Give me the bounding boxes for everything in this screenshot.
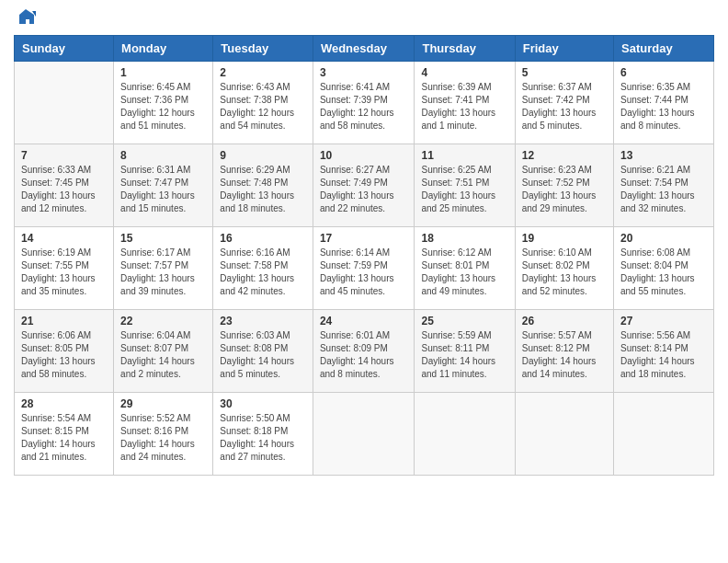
day-info: Sunrise: 6:06 AMSunset: 8:05 PMDaylight:… (21, 329, 107, 381)
day-info: Sunrise: 6:04 AMSunset: 8:07 PMDaylight:… (120, 329, 206, 381)
day-number: 1 (120, 66, 206, 79)
day-info: Sunrise: 6:10 AMSunset: 8:02 PMDaylight:… (522, 247, 607, 298)
day-header-sunday: Sunday (15, 36, 114, 62)
header (14, 9, 714, 28)
day-number: 23 (220, 315, 306, 327)
day-number: 10 (320, 149, 408, 162)
calendar-cell: 21Sunrise: 6:06 AMSunset: 8:05 PMDayligh… (15, 310, 114, 393)
page: SundayMondayTuesdayWednesdayThursdayFrid… (0, 0, 728, 563)
calendar-cell: 7Sunrise: 6:33 AMSunset: 7:45 PMDaylight… (15, 144, 114, 227)
calendar-cell: 26Sunrise: 5:57 AMSunset: 8:12 PMDayligh… (515, 310, 613, 393)
day-info: Sunrise: 5:50 AMSunset: 8:18 PMDaylight:… (220, 412, 306, 464)
calendar-cell: 11Sunrise: 6:25 AMSunset: 7:51 PMDayligh… (415, 144, 515, 227)
calendar-cell: 8Sunrise: 6:31 AMSunset: 7:47 PMDaylight… (114, 144, 213, 227)
day-info: Sunrise: 6:29 AMSunset: 7:48 PMDaylight:… (220, 164, 306, 215)
calendar-cell: 12Sunrise: 6:23 AMSunset: 7:52 PMDayligh… (515, 144, 613, 227)
calendar-cell: 20Sunrise: 6:08 AMSunset: 8:04 PMDayligh… (614, 227, 714, 310)
calendar-cell: 10Sunrise: 6:27 AMSunset: 7:49 PMDayligh… (313, 144, 415, 227)
calendar-cell (515, 393, 613, 476)
day-number: 5 (522, 66, 607, 79)
calendar-cell: 3Sunrise: 6:41 AMSunset: 7:39 PMDaylight… (313, 62, 415, 144)
day-info: Sunrise: 6:37 AMSunset: 7:42 PMDaylight:… (522, 81, 607, 132)
day-number: 28 (21, 397, 107, 410)
day-number: 9 (220, 149, 306, 162)
day-header-monday: Monday (114, 36, 213, 62)
day-info: Sunrise: 5:52 AMSunset: 8:16 PMDaylight:… (120, 412, 206, 464)
calendar-cell: 24Sunrise: 6:01 AMSunset: 8:09 PMDayligh… (313, 310, 415, 393)
day-info: Sunrise: 6:12 AMSunset: 8:01 PMDaylight:… (421, 247, 507, 298)
day-info: Sunrise: 6:43 AMSunset: 7:38 PMDaylight:… (220, 81, 306, 132)
calendar: SundayMondayTuesdayWednesdayThursdayFrid… (14, 35, 714, 476)
calendar-week-row: 7Sunrise: 6:33 AMSunset: 7:45 PMDaylight… (15, 144, 714, 227)
day-info: Sunrise: 5:57 AMSunset: 8:12 PMDaylight:… (522, 329, 607, 381)
calendar-cell: 30Sunrise: 5:50 AMSunset: 8:18 PMDayligh… (213, 393, 313, 476)
day-info: Sunrise: 6:31 AMSunset: 7:47 PMDaylight:… (120, 164, 206, 215)
day-info: Sunrise: 6:35 AMSunset: 7:44 PMDaylight:… (620, 81, 707, 132)
calendar-cell (313, 393, 415, 476)
day-header-tuesday: Tuesday (213, 36, 313, 62)
calendar-cell: 13Sunrise: 6:21 AMSunset: 7:54 PMDayligh… (614, 144, 714, 227)
calendar-cell (15, 62, 114, 144)
day-number: 12 (522, 149, 607, 162)
day-number: 4 (421, 66, 507, 79)
calendar-week-row: 1Sunrise: 6:45 AMSunset: 7:36 PMDaylight… (15, 62, 714, 144)
calendar-week-row: 21Sunrise: 6:06 AMSunset: 8:05 PMDayligh… (15, 310, 714, 393)
calendar-cell: 17Sunrise: 6:14 AMSunset: 7:59 PMDayligh… (313, 227, 415, 310)
calendar-cell (415, 393, 515, 476)
day-header-thursday: Thursday (415, 36, 515, 62)
day-number: 17 (320, 232, 408, 245)
day-info: Sunrise: 6:27 AMSunset: 7:49 PMDaylight:… (320, 164, 408, 215)
calendar-cell: 16Sunrise: 6:16 AMSunset: 7:58 PMDayligh… (213, 227, 313, 310)
calendar-cell: 5Sunrise: 6:37 AMSunset: 7:42 PMDaylight… (515, 62, 613, 144)
day-info: Sunrise: 6:08 AMSunset: 8:04 PMDaylight:… (620, 247, 707, 298)
calendar-cell: 18Sunrise: 6:12 AMSunset: 8:01 PMDayligh… (415, 227, 515, 310)
logo-icon (16, 7, 36, 28)
calendar-cell: 19Sunrise: 6:10 AMSunset: 8:02 PMDayligh… (515, 227, 613, 310)
calendar-cell: 15Sunrise: 6:17 AMSunset: 7:57 PMDayligh… (114, 227, 213, 310)
day-number: 7 (21, 149, 107, 162)
day-info: Sunrise: 6:17 AMSunset: 7:57 PMDaylight:… (120, 247, 206, 298)
calendar-cell: 9Sunrise: 6:29 AMSunset: 7:48 PMDaylight… (213, 144, 313, 227)
day-number: 14 (21, 232, 107, 245)
day-info: Sunrise: 6:16 AMSunset: 7:58 PMDaylight:… (220, 247, 306, 298)
day-info: Sunrise: 6:21 AMSunset: 7:54 PMDaylight:… (620, 164, 707, 215)
calendar-cell: 27Sunrise: 5:56 AMSunset: 8:14 PMDayligh… (614, 310, 714, 393)
day-info: Sunrise: 5:54 AMSunset: 8:15 PMDaylight:… (21, 412, 107, 464)
day-number: 2 (220, 66, 306, 79)
day-info: Sunrise: 6:23 AMSunset: 7:52 PMDaylight:… (522, 164, 607, 215)
calendar-cell: 4Sunrise: 6:39 AMSunset: 7:41 PMDaylight… (415, 62, 515, 144)
calendar-week-row: 28Sunrise: 5:54 AMSunset: 8:15 PMDayligh… (15, 393, 714, 476)
day-number: 30 (220, 397, 306, 410)
day-info: Sunrise: 6:33 AMSunset: 7:45 PMDaylight:… (21, 164, 107, 215)
calendar-cell: 23Sunrise: 6:03 AMSunset: 8:08 PMDayligh… (213, 310, 313, 393)
calendar-cell: 1Sunrise: 6:45 AMSunset: 7:36 PMDaylight… (114, 62, 213, 144)
day-number: 21 (21, 315, 107, 327)
day-number: 18 (421, 232, 507, 245)
calendar-cell: 29Sunrise: 5:52 AMSunset: 8:16 PMDayligh… (114, 393, 213, 476)
day-number: 6 (620, 66, 707, 79)
day-info: Sunrise: 6:19 AMSunset: 7:55 PMDaylight:… (21, 247, 107, 298)
day-info: Sunrise: 6:14 AMSunset: 7:59 PMDaylight:… (320, 247, 408, 298)
day-number: 13 (620, 149, 707, 162)
calendar-cell: 22Sunrise: 6:04 AMSunset: 8:07 PMDayligh… (114, 310, 213, 393)
day-number: 22 (120, 315, 206, 327)
day-info: Sunrise: 6:03 AMSunset: 8:08 PMDaylight:… (220, 329, 306, 381)
day-header-wednesday: Wednesday (313, 36, 415, 62)
day-info: Sunrise: 6:45 AMSunset: 7:36 PMDaylight:… (120, 81, 206, 132)
day-info: Sunrise: 5:56 AMSunset: 8:14 PMDaylight:… (620, 329, 707, 381)
day-header-saturday: Saturday (614, 36, 714, 62)
day-number: 8 (120, 149, 206, 162)
day-header-friday: Friday (515, 36, 613, 62)
day-info: Sunrise: 6:01 AMSunset: 8:09 PMDaylight:… (320, 329, 408, 381)
day-number: 24 (320, 315, 408, 327)
day-number: 11 (421, 149, 507, 162)
calendar-cell: 28Sunrise: 5:54 AMSunset: 8:15 PMDayligh… (15, 393, 114, 476)
day-number: 26 (522, 315, 607, 327)
day-number: 15 (120, 232, 206, 245)
day-number: 29 (120, 397, 206, 410)
calendar-cell: 6Sunrise: 6:35 AMSunset: 7:44 PMDaylight… (614, 62, 714, 144)
day-info: Sunrise: 5:59 AMSunset: 8:11 PMDaylight:… (421, 329, 507, 381)
day-number: 16 (220, 232, 306, 245)
day-number: 20 (620, 232, 707, 245)
day-info: Sunrise: 6:25 AMSunset: 7:51 PMDaylight:… (421, 164, 507, 215)
